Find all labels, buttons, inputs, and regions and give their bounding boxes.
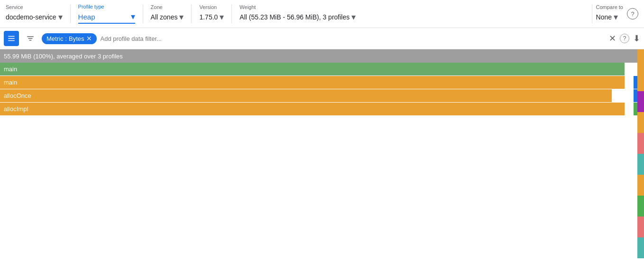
metric-filter-chip: Metric : Bytes ✕	[42, 33, 97, 44]
flame-row-bg	[0, 103, 625, 115]
filter-bar-right: ✕ ? ⬇	[609, 33, 640, 44]
chip-metric-value: Bytes	[69, 35, 84, 42]
profile-type-label: Profile type	[78, 4, 135, 9]
chip-close-button[interactable]: ✕	[86, 35, 92, 42]
chip-metric-label: Metric	[46, 35, 63, 42]
version-arrow-icon: ▾	[220, 12, 224, 22]
compare-to-dropdown-group: Compare to None ▾	[596, 4, 623, 23]
side-strip	[637, 237, 644, 258]
weight-value: All (55.23 MiB - 56.96 MiB), 3 profiles	[239, 13, 350, 21]
weight-label: Weight	[239, 4, 356, 10]
flame-graph-container: 55.99 MiB (100%), averaged over 3 profil…	[0, 49, 644, 258]
toolbar-help-button[interactable]: ?	[627, 8, 638, 19]
separator-4	[231, 4, 232, 23]
service-value: docdemo-service	[6, 13, 56, 21]
profile-type-value: Heap	[78, 13, 95, 21]
compare-to-label: Compare to	[596, 4, 623, 10]
settings-icon	[26, 34, 35, 43]
zone-dropdown-group: Zone All zones ▾	[151, 4, 184, 23]
weight-arrow-icon: ▾	[351, 12, 356, 22]
profile-type-arrow-icon: ▾	[131, 11, 135, 22]
service-dropdown-group: Service docdemo-service ▾	[6, 4, 63, 23]
flame-main: 55.99 MiB (100%), averaged over 3 profil…	[0, 49, 637, 258]
version-value: 1.75.0	[199, 13, 218, 21]
flame-row-label: allocImpl	[4, 105, 28, 113]
toolbar: Service docdemo-service ▾ Profile type H…	[0, 0, 644, 28]
side-strip	[637, 217, 644, 237]
list-view-button[interactable]	[4, 31, 19, 46]
filter-settings-button[interactable]	[23, 31, 38, 46]
flame-row-bg	[0, 76, 625, 89]
download-button[interactable]: ⬇	[633, 33, 640, 44]
service-arrow-icon: ▾	[58, 12, 63, 22]
svg-rect-2	[8, 40, 15, 41]
service-label: Service	[6, 4, 63, 10]
version-label: Version	[199, 4, 224, 10]
flame-empty-space	[0, 116, 637, 258]
compare-to-group: Compare to None ▾ ?	[592, 4, 638, 23]
filter-bar: Metric : Bytes ✕ ✕ ? ⬇	[0, 28, 644, 49]
version-select[interactable]: 1.75.0 ▾	[199, 11, 224, 23]
side-strips	[637, 49, 644, 258]
side-strip	[637, 91, 644, 112]
flame-row[interactable]: main	[0, 63, 637, 76]
flame-row-bg	[0, 63, 625, 75]
flame-row-side-indicator	[634, 89, 637, 102]
side-strip	[637, 70, 644, 91]
zone-value: All zones	[151, 13, 178, 21]
flame-row-side-indicator	[634, 103, 637, 115]
flame-row-label: allocOnce	[4, 92, 31, 99]
profile-type-dropdown-group: Profile type Heap ▾	[78, 4, 135, 24]
weight-select[interactable]: All (55.23 MiB - 56.96 MiB), 3 profiles …	[239, 11, 356, 23]
zone-select[interactable]: All zones ▾	[151, 11, 184, 23]
flame-header-text: 55.99 MiB (100%), averaged over 3 profil…	[4, 53, 123, 60]
separator-5	[592, 4, 592, 23]
svg-rect-1	[8, 38, 15, 39]
side-strip	[637, 49, 644, 70]
compare-to-arrow-icon: ▾	[614, 12, 618, 22]
weight-dropdown-group: Weight All (55.23 MiB - 56.96 MiB), 3 pr…	[239, 4, 356, 23]
flame-row-label: main	[4, 79, 17, 86]
separator-1	[70, 4, 71, 23]
filter-help-button[interactable]: ?	[620, 34, 629, 43]
list-icon	[7, 34, 16, 43]
compare-to-select[interactable]: None ▾	[596, 11, 623, 23]
flame-row-label: main	[4, 66, 17, 73]
service-select[interactable]: docdemo-service ▾	[6, 11, 63, 23]
version-dropdown-group: Version 1.75.0 ▾	[199, 4, 224, 23]
side-strip	[637, 133, 644, 154]
zone-arrow-icon: ▾	[179, 12, 184, 22]
side-strip	[637, 112, 644, 133]
flame-row[interactable]: allocOnce	[0, 89, 637, 103]
chip-separator: :	[65, 35, 67, 42]
flame-row[interactable]: allocImpl	[0, 103, 637, 116]
svg-rect-0	[8, 36, 15, 37]
flame-rows: mainmainallocOnceallocImpl	[0, 63, 637, 116]
flame-header-row: 55.99 MiB (100%), averaged over 3 profil…	[0, 49, 637, 63]
separator-3	[191, 4, 192, 23]
flame-row-side-indicator	[634, 76, 637, 89]
compare-to-value: None	[596, 13, 612, 21]
profile-type-select[interactable]: Heap ▾	[78, 10, 135, 24]
separator-2	[143, 4, 143, 23]
side-strip	[637, 175, 644, 196]
flame-row-bg	[0, 89, 612, 102]
flame-row[interactable]: main	[0, 76, 637, 89]
side-strip	[637, 196, 644, 217]
close-filter-button[interactable]: ✕	[609, 33, 616, 44]
zone-label: Zone	[151, 4, 184, 10]
side-strip	[637, 154, 644, 175]
filter-input[interactable]	[101, 35, 605, 42]
